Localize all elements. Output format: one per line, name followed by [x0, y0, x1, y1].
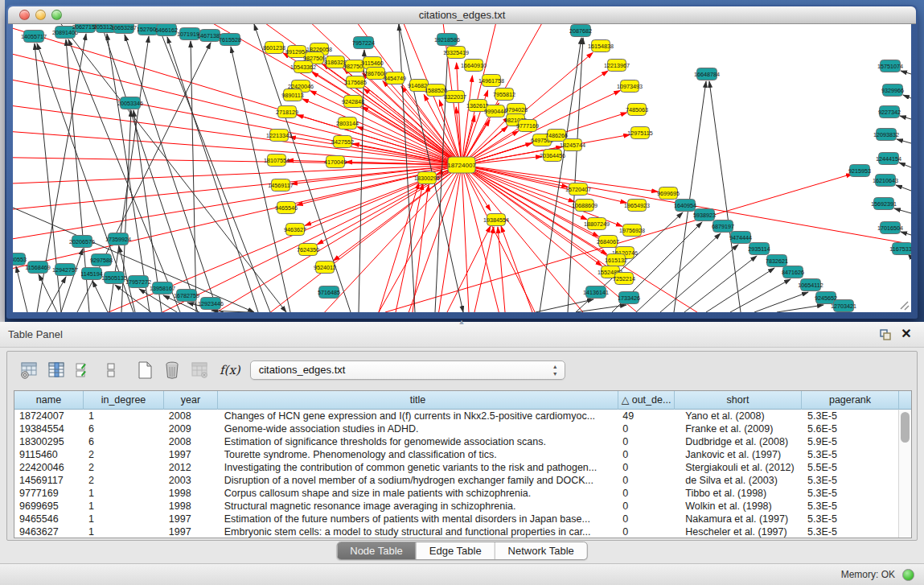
- graph-node[interactable]: 12444154: [876, 153, 901, 165]
- graph-node[interactable]: 2935114: [748, 243, 770, 255]
- graph-node[interactable]: 15751074: [877, 60, 903, 72]
- graph-node[interactable]: 20206576: [69, 236, 95, 248]
- column-header-title[interactable]: title: [218, 391, 618, 410]
- graph-node[interactable]: 7615528: [219, 34, 241, 46]
- graph-node[interactable]: 9465546: [275, 202, 298, 214]
- graph-node[interactable]: 10653287: [111, 24, 137, 34]
- graph-node[interactable]: 16640910: [461, 60, 487, 72]
- graph-node[interactable]: 20053346: [117, 97, 143, 109]
- graph-node[interactable]: 10654112: [798, 279, 823, 291]
- graph-node[interactable]: 18300295: [414, 172, 440, 184]
- graph-node[interactable]: 6879197: [712, 220, 734, 233]
- graph-node[interactable]: 14569117: [268, 179, 293, 192]
- float-panel-icon[interactable]: [879, 328, 892, 341]
- graph-node[interactable]: 12942757: [52, 264, 78, 276]
- graph-node[interactable]: 7624350: [297, 244, 319, 256]
- delete-table-icon[interactable]: [162, 360, 183, 381]
- graph-node[interactable]: 5716485: [318, 286, 340, 299]
- close-panel-icon[interactable]: ✕: [900, 327, 913, 341]
- graph-node[interactable]: 1640954: [674, 200, 696, 212]
- splitter-handle[interactable]: ▲: [455, 319, 468, 325]
- new-table-icon[interactable]: [134, 360, 155, 381]
- network-view-window[interactable]: citations_edges.txt 18724007860123889129…: [6, 5, 918, 319]
- table-row[interactable]: 1830029562008Estimation of significance …: [14, 435, 898, 448]
- table-settings-icon[interactable]: [18, 360, 39, 381]
- graph-node[interactable]: 19384554: [483, 214, 509, 226]
- graph-node[interactable]: 19756928: [619, 225, 645, 237]
- column-header-pagerank[interactable]: pagerank: [802, 391, 899, 410]
- graph-node[interactable]: 14055717: [21, 31, 47, 43]
- graph-node[interactable]: 17957272: [125, 276, 151, 288]
- graph-node[interactable]: 19218586: [434, 34, 460, 46]
- graph-node[interactable]: 17016504: [877, 222, 903, 234]
- graph-node[interactable]: 8601238: [263, 42, 285, 54]
- graph-node[interactable]: 20364456: [540, 150, 565, 162]
- graph-node[interactable]: 18107554: [264, 154, 290, 167]
- graph-node[interactable]: 9524012: [314, 262, 336, 274]
- tab-network-table[interactable]: Network Table: [495, 542, 587, 559]
- graph-node[interactable]: 9890113: [281, 89, 303, 101]
- graph-node[interactable]: 4170049: [324, 156, 347, 168]
- graph-node[interactable]: 12213967: [604, 60, 630, 72]
- graph-node[interactable]: 9777169: [516, 120, 539, 132]
- graph-node[interactable]: 18807249: [584, 218, 610, 230]
- graph-node[interactable]: 15720407: [565, 183, 591, 196]
- graph-node[interactable]: 7485063: [626, 104, 648, 116]
- graph-node[interactable]: 13325419: [443, 47, 469, 59]
- graph-node[interactable]: 10688609: [572, 200, 598, 212]
- tab-edge-table[interactable]: Edge Table: [417, 542, 495, 559]
- graph-node[interactable]: 7955812: [493, 89, 515, 101]
- table-selector-dropdown[interactable]: citations_edges.txt ▲▼: [250, 360, 565, 380]
- table-row[interactable]: 969969511998Structural magnetic resonanc…: [14, 500, 898, 513]
- graph-node[interactable]: 11675334: [889, 243, 911, 255]
- graph-node[interactable]: 9215953: [848, 165, 871, 177]
- column-header-short[interactable]: short: [675, 391, 802, 410]
- graph-node[interactable]: 2684067: [597, 236, 619, 248]
- graph-node[interactable]: 7832621: [766, 255, 788, 267]
- column-header-name[interactable]: name: [14, 391, 84, 410]
- graph-node[interactable]: 19654923: [624, 200, 650, 212]
- graph-node[interactable]: 8471626: [782, 266, 804, 278]
- table-panel-header[interactable]: ▲ Table Panel ✕: [0, 322, 924, 348]
- graph-node[interactable]: 14961758: [478, 75, 504, 87]
- graph-node[interactable]: 9227342: [878, 106, 901, 118]
- graph-node[interactable]: 16782759: [174, 290, 199, 302]
- graph-node[interactable]: 9297588: [90, 254, 113, 266]
- graph-node[interactable]: 8454749: [384, 72, 406, 84]
- table-row[interactable]: 1872400712008Changes of HCN gene express…: [14, 410, 898, 422]
- table-row[interactable]: 946554611997Estimation of the future num…: [14, 513, 898, 525]
- graph-node[interactable]: 9990444: [484, 105, 507, 117]
- graph-node[interactable]: 1145194: [80, 268, 102, 280]
- graph-node[interactable]: 10973493: [617, 80, 643, 93]
- show-columns-icon[interactable]: [46, 360, 67, 381]
- graph-node[interactable]: 14136141: [583, 286, 609, 299]
- graph-node[interactable]: 17359924: [105, 233, 131, 245]
- graph-node[interactable]: 12703421: [831, 300, 856, 312]
- table-row[interactable]: 1456911722003Disruption of a novel membe…: [14, 474, 898, 487]
- graph-node[interactable]: 16210643: [873, 175, 898, 187]
- table-row[interactable]: 946362711997Embryonic stem cells: a mode…: [14, 525, 898, 538]
- window-titlebar[interactable]: citations_edges.txt: [8, 6, 916, 24]
- table-row[interactable]: 911546021997Tourette syndrome. Phenomeno…: [14, 448, 898, 461]
- graph-node[interactable]: 12213343: [266, 130, 292, 142]
- graph-node[interactable]: 1733426: [618, 292, 640, 304]
- graph-node[interactable]: 8322037: [444, 91, 466, 103]
- graph-node[interactable]: 13958167: [150, 282, 175, 295]
- graph-node[interactable]: 8427552: [331, 136, 354, 148]
- graph-node[interactable]: 9463627: [284, 224, 306, 236]
- vertical-scrollbar[interactable]: [898, 410, 911, 538]
- graph-node[interactable]: 9699695: [657, 187, 680, 200]
- graph-node[interactable]: 2803144: [336, 117, 359, 130]
- graph-node[interactable]: 5938923: [693, 209, 716, 221]
- table-row[interactable]: 1938455462009Genome-wide association stu…: [14, 422, 898, 435]
- graph-node[interactable]: 12975115: [627, 127, 652, 139]
- graph-node[interactable]: 7957224: [352, 37, 375, 49]
- graph-node[interactable]: 10543362: [290, 61, 316, 73]
- graph-node[interactable]: 9329966: [881, 84, 904, 97]
- network-canvas[interactable]: 1872400786012388912954182260589827509105…: [13, 24, 911, 312]
- graph-node[interactable]: 3175685: [344, 76, 367, 89]
- graph-node[interactable]: 2087682: [569, 25, 592, 37]
- graph-node[interactable]: 15692391: [871, 198, 897, 210]
- scrollbar-thumb[interactable]: [901, 412, 910, 443]
- graph-node[interactable]: 18724007: [447, 157, 476, 173]
